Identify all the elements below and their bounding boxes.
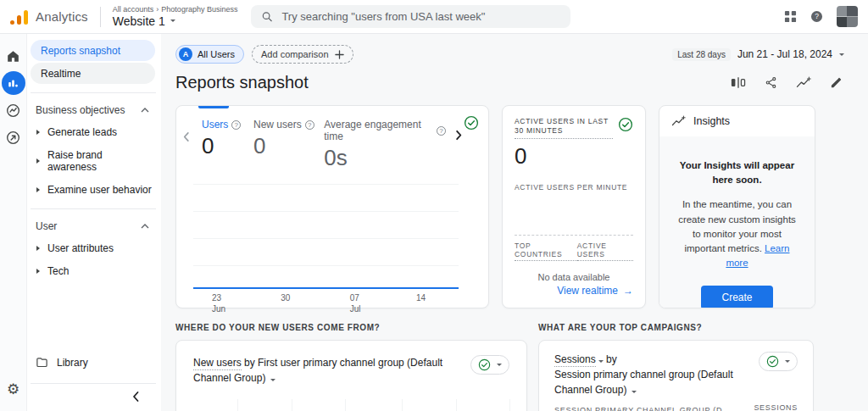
date-preset-badge: Last 28 days	[672, 48, 731, 61]
comparison-badge: A	[179, 47, 192, 61]
plus-icon	[335, 50, 344, 59]
date-range-picker[interactable]: Last 28 days Jun 21 - Jul 18, 2024	[672, 48, 844, 61]
create-insight-button[interactable]: Create	[701, 286, 772, 308]
customize-report-button[interactable]	[830, 76, 843, 89]
insights-card: Insights Your Insights will appear here …	[659, 105, 815, 308]
sidebar-item-reports-snapshot[interactable]: Reports snapshot	[31, 40, 155, 61]
realtime-card-title[interactable]: ACTIVE USERS IN LAST 30 MINUTES	[515, 117, 613, 139]
add-comparison-button[interactable]: Add comparison	[252, 45, 353, 64]
folder-icon	[36, 356, 48, 369]
card-status-dropdown[interactable]	[759, 352, 798, 371]
section-label: Business objectives	[36, 104, 125, 116]
tab-new-users[interactable]: New users? 0	[253, 119, 324, 171]
comparison-icon	[731, 76, 746, 89]
table-column-dimension[interactable]: SESSION PRIMARY CHANNEL GROUP (D...	[554, 406, 731, 411]
breadcrumb-root[interactable]: All accounts	[113, 5, 154, 14]
previous-metrics-button[interactable]	[181, 130, 192, 147]
sidebar-item-raise-brand-awareness[interactable]: Raise brand awareness	[27, 143, 161, 178]
avatar[interactable]	[837, 6, 858, 27]
pencil-icon	[830, 76, 843, 89]
sessions-by-channel-card: Sessions by Session primary channel grou…	[538, 340, 814, 411]
gridline	[237, 399, 238, 411]
metric-value: 0	[202, 133, 253, 159]
sidebar-item-generate-leads[interactable]: Generate leads	[27, 120, 161, 143]
sidebar-section-business-objectives[interactable]: Business objectives	[27, 100, 161, 120]
help-tooltip-icon[interactable]: ?	[437, 126, 446, 136]
google-apps-icon[interactable]	[784, 10, 797, 23]
view-realtime-link[interactable]: View realtime→	[557, 285, 633, 297]
sidebar-item-label: Realtime	[41, 68, 81, 80]
divider	[31, 208, 156, 209]
metric-label: New users	[253, 119, 302, 131]
advertising-icon	[5, 130, 21, 146]
card-status-dropdown[interactable]	[470, 355, 509, 375]
expand-arrow-icon[interactable]	[36, 158, 40, 164]
insights-card-title: Insights	[693, 115, 730, 127]
account-property-switcher[interactable]: All accounts › Photography Business Webs…	[113, 5, 238, 27]
section-question-title: WHAT ARE YOUR TOP CAMPAIGNS?	[538, 323, 814, 332]
chevron-down-icon[interactable]	[598, 360, 604, 363]
gridline	[402, 399, 403, 411]
top-countries-column-header[interactable]: TOP COUNTRIES	[515, 242, 577, 261]
sidebar-item-examine-user-behavior[interactable]: Examine user behavior	[27, 178, 161, 201]
active-users-column-header[interactable]: ACTIVE USERS	[577, 242, 633, 261]
no-data-message: No data available	[515, 272, 633, 282]
expand-arrow-icon[interactable]	[36, 246, 40, 251]
per-minute-bar-chart	[515, 198, 633, 236]
sidebar-item-label: Raise brand awareness	[47, 149, 154, 173]
section-question-title: WHERE DO YOUR NEW USERS COME FROM?	[175, 323, 527, 332]
advertising-nav-icon[interactable]	[2, 125, 25, 149]
collapse-sidebar-icon[interactable]	[131, 391, 141, 403]
share-report-button[interactable]	[765, 76, 777, 89]
search-bar[interactable]	[251, 5, 570, 28]
chevron-down-icon[interactable]	[270, 379, 275, 381]
search-input[interactable]	[281, 10, 560, 23]
breadcrumb-account[interactable]: Photography Business	[161, 5, 237, 14]
sidebar-section-user[interactable]: User	[27, 216, 161, 236]
top-campaigns-section: WHAT ARE YOUR TOP CAMPAIGNS? Sessions by…	[538, 323, 814, 411]
data-quality-check-icon[interactable]	[464, 115, 479, 134]
new-users-section: WHERE DO YOUR NEW USERS COME FROM? New u…	[175, 323, 527, 411]
sidebar-item-label: Reports snapshot	[41, 45, 120, 57]
gridline	[193, 211, 459, 212]
table-column-sessions[interactable]: SESSIONS	[754, 403, 798, 411]
x-axis-tick: 23Jun	[212, 293, 225, 314]
comparisons-panel-button[interactable]	[731, 76, 746, 89]
help-icon[interactable]: ?	[810, 9, 824, 24]
help-tooltip-icon[interactable]: ?	[305, 120, 314, 130]
explore-nav-icon[interactable]	[2, 98, 25, 122]
comparison-label: All Users	[198, 49, 235, 59]
analytics-app: Analytics All accounts › Photography Bus…	[0, 0, 868, 411]
chevron-down-icon[interactable]	[632, 391, 637, 393]
by-label: by	[606, 353, 617, 365]
sidebar-item-user-attributes[interactable]: User attributes	[27, 236, 161, 259]
home-nav-icon[interactable]	[2, 44, 25, 68]
expand-arrow-icon[interactable]	[36, 187, 40, 192]
data-quality-check-icon[interactable]	[618, 117, 633, 136]
help-tooltip-icon[interactable]: ?	[231, 120, 241, 130]
sidebar-item-tech[interactable]: Tech	[27, 259, 161, 282]
reports-nav-icon[interactable]	[2, 71, 25, 95]
tab-average-engagement-time[interactable]: Average engagement time? 0s	[324, 119, 446, 171]
expand-arrow-icon[interactable]	[36, 130, 40, 135]
chevron-right-icon	[454, 130, 463, 141]
property-name[interactable]: Website 1	[113, 14, 165, 28]
reports-sidebar: Reports snapshot Realtime Business objec…	[27, 34, 161, 411]
insights-empty-state: Your Insights will appear here soon. In …	[659, 136, 815, 308]
section-label: User	[36, 220, 57, 232]
sidebar-item-library[interactable]: Library	[27, 349, 161, 375]
metric-selector[interactable]: New users	[193, 357, 242, 370]
metric-selector[interactable]: Sessions	[554, 353, 596, 367]
admin-settings-icon[interactable]: ⚙	[2, 377, 25, 401]
all-users-comparison-chip[interactable]: A All Users	[175, 45, 244, 64]
expand-arrow-icon[interactable]	[36, 269, 40, 274]
tab-users[interactable]: Users? 0	[202, 119, 253, 171]
view-insights-button[interactable]	[796, 76, 811, 89]
explore-icon	[5, 103, 21, 119]
users-line-chart: 23Jun 30 07Jul 14	[193, 184, 459, 303]
next-metrics-button[interactable]	[453, 128, 465, 145]
left-icon-rail: ⚙	[0, 34, 27, 411]
active-tab-indicator	[198, 106, 229, 108]
sidebar-item-realtime[interactable]: Realtime	[31, 63, 155, 84]
dimension-title[interactable]: Session primary channel group (Default C…	[554, 369, 733, 396]
